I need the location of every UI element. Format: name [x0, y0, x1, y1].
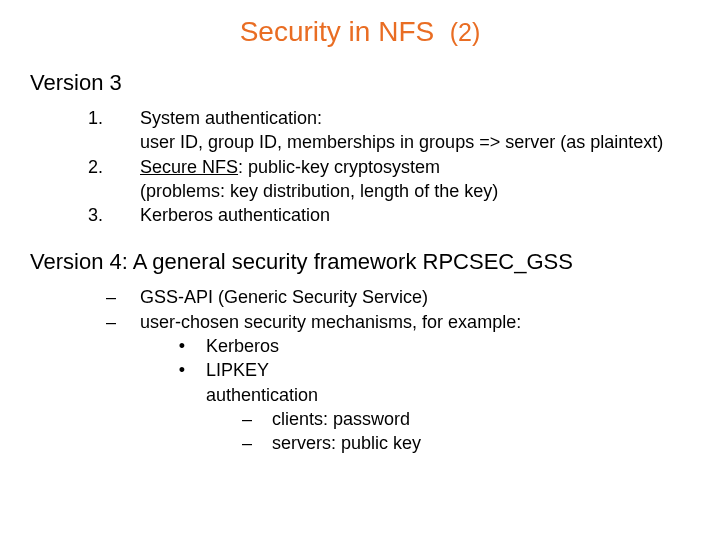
list-body: user-chosen security mechanisms, for exa… — [140, 310, 690, 456]
bullet-marker: • — [158, 334, 206, 358]
list-item: – servers: public key — [242, 431, 690, 455]
list-marker: 3. — [88, 203, 140, 227]
list-marker: 1. — [88, 106, 140, 155]
list-marker: 2. — [88, 155, 140, 204]
list-body: Kerberos authentication — [140, 203, 690, 227]
list-item: 2. Secure NFS: public-key cryptosystem (… — [88, 155, 690, 204]
v4-subsublist: – clients: password – servers: public ke… — [242, 407, 690, 456]
list-item: 3. Kerberos authentication — [88, 203, 690, 227]
list-body: GSS-API (Generic Security Service) — [140, 285, 690, 309]
list-body: Kerberos — [206, 334, 690, 358]
slide-title: Security in NFS (2) — [30, 16, 690, 48]
list-body: servers: public key — [272, 431, 690, 455]
list-line: authentication — [206, 383, 690, 407]
list-body: clients: password — [272, 407, 690, 431]
dash-marker: – — [82, 310, 140, 456]
list-line: LIPKEY — [206, 358, 690, 382]
list-line: System authentication: — [140, 106, 690, 130]
v4-heading: Version 4: A general security framework … — [30, 249, 690, 275]
list-item: • LIPKEY authentication – clients: passw… — [158, 358, 690, 455]
list-item: – clients: password — [242, 407, 690, 431]
v4-list: – GSS-API (Generic Security Service) – u… — [82, 285, 690, 455]
list-line: Secure NFS: public-key cryptosystem — [140, 155, 690, 179]
list-line: user-chosen security mechanisms, for exa… — [140, 310, 690, 334]
v3-list: 1. System authentication: user ID, group… — [88, 106, 690, 227]
list-item: – user-chosen security mechanisms, for e… — [82, 310, 690, 456]
list-body: Secure NFS: public-key cryptosystem (pro… — [140, 155, 690, 204]
dash-marker: – — [82, 285, 140, 309]
list-item: 1. System authentication: user ID, group… — [88, 106, 690, 155]
list-body: LIPKEY authentication – clients: passwor… — [206, 358, 690, 455]
title-part: (2) — [450, 18, 481, 46]
list-item: – GSS-API (Generic Security Service) — [82, 285, 690, 309]
list-item: • Kerberos — [158, 334, 690, 358]
list-line: (problems: key distribution, length of t… — [140, 179, 690, 203]
bullet-marker: • — [158, 358, 206, 455]
v4-sublist: • Kerberos • LIPKEY authentication – cli… — [158, 334, 690, 455]
list-text: : public-key cryptosystem — [238, 157, 440, 177]
dash-marker: – — [242, 431, 272, 455]
list-body: System authentication: user ID, group ID… — [140, 106, 690, 155]
secure-nfs-underline: Secure NFS — [140, 157, 238, 177]
v3-heading: Version 3 — [30, 70, 690, 96]
title-main: Security in NFS — [240, 16, 435, 47]
dash-marker: – — [242, 407, 272, 431]
list-line: user ID, group ID, memberships in groups… — [140, 130, 690, 154]
list-line: Kerberos authentication — [140, 203, 690, 227]
